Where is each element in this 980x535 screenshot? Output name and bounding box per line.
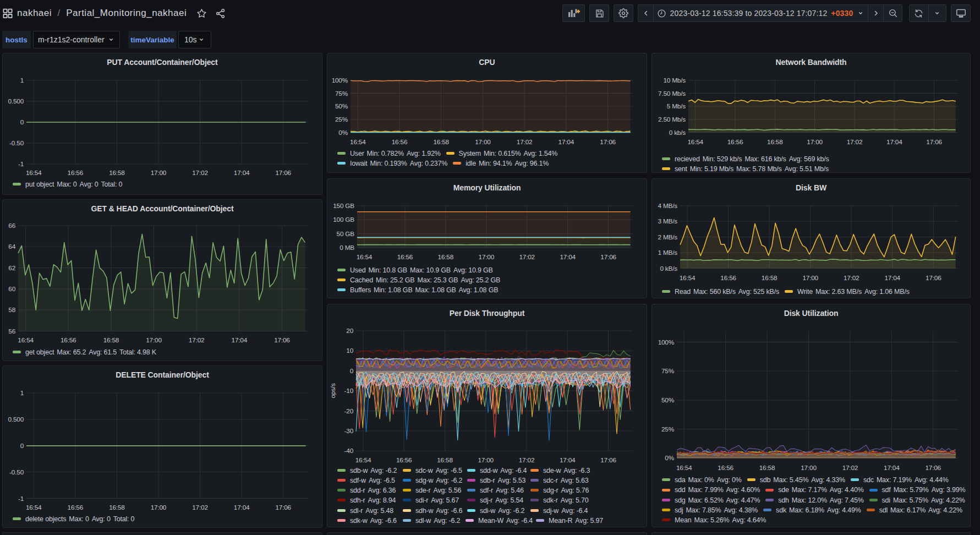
svg-text:1: 1	[20, 389, 24, 397]
svg-text:17:04: 17:04	[232, 336, 248, 344]
svg-text:0 kb/s: 0 kb/s	[669, 129, 686, 137]
svg-text:150 GB: 150 GB	[333, 202, 354, 210]
svg-text:17:02: 17:02	[844, 274, 859, 282]
svg-text:17:04: 17:04	[234, 169, 250, 177]
svg-text:3 MB/s: 3 MB/s	[658, 217, 677, 225]
svg-text:17:00: 17:00	[801, 464, 817, 472]
svg-text:16:54: 16:54	[350, 138, 366, 146]
svg-text:17:06: 17:06	[600, 253, 616, 261]
svg-text:17:06: 17:06	[275, 504, 291, 511]
svg-text:50%: 50%	[335, 102, 348, 110]
svg-text:17:06: 17:06	[274, 336, 290, 344]
svg-text:16:56: 16:56	[396, 456, 412, 464]
svg-text:-1: -1	[18, 160, 24, 168]
svg-text:17:00: 17:00	[151, 504, 167, 511]
svg-text:0%: 0%	[665, 454, 674, 462]
svg-text:-40: -40	[344, 447, 354, 455]
svg-text:1 MB/s: 1 MB/s	[658, 249, 677, 256]
svg-text:17:06: 17:06	[275, 169, 291, 177]
svg-text:16:54: 16:54	[357, 253, 373, 261]
svg-text:50 GB: 50 GB	[337, 230, 355, 238]
svg-text:-0.50: -0.50	[9, 468, 24, 476]
svg-text:17:00: 17:00	[151, 169, 167, 177]
svg-text:17:02: 17:02	[189, 336, 205, 344]
svg-text:64: 64	[8, 243, 15, 250]
svg-text:17:04: 17:04	[234, 504, 250, 511]
svg-text:62: 62	[8, 264, 15, 272]
svg-text:16:58: 16:58	[433, 138, 449, 146]
svg-text:5 Mb/s: 5 Mb/s	[667, 102, 686, 110]
svg-text:17:02: 17:02	[192, 169, 208, 177]
svg-text:16:56: 16:56	[61, 336, 76, 344]
svg-text:16:56: 16:56	[718, 464, 733, 472]
svg-text:0.500: 0.500	[8, 97, 24, 105]
svg-text:17:04: 17:04	[886, 138, 902, 146]
svg-text:4 MB/s: 4 MB/s	[658, 202, 677, 210]
svg-text:17:00: 17:00	[479, 253, 495, 261]
svg-text:16:56: 16:56	[720, 274, 736, 282]
svg-text:17:00: 17:00	[478, 456, 494, 464]
svg-text:50%: 50%	[661, 396, 675, 404]
svg-text:17:04: 17:04	[884, 464, 900, 472]
svg-text:17:00: 17:00	[146, 336, 162, 344]
svg-text:17:02: 17:02	[519, 456, 535, 464]
svg-text:17:02: 17:02	[847, 138, 863, 146]
svg-text:17:06: 17:06	[926, 274, 941, 282]
svg-text:17:02: 17:02	[517, 138, 533, 146]
svg-text:0%: 0%	[338, 129, 348, 137]
svg-text:0 MB: 0 MB	[340, 244, 354, 252]
svg-text:16:58: 16:58	[762, 274, 778, 282]
svg-text:17:06: 17:06	[926, 138, 942, 146]
svg-text:1: 1	[20, 77, 24, 84]
svg-text:17:06: 17:06	[925, 464, 941, 472]
svg-text:-1: -1	[18, 495, 24, 503]
svg-text:7.50 Mb/s: 7.50 Mb/s	[658, 90, 686, 97]
svg-text:16:56: 16:56	[68, 504, 84, 511]
svg-text:-20: -20	[344, 407, 354, 415]
svg-text:17:04: 17:04	[560, 253, 576, 261]
svg-text:16:58: 16:58	[438, 253, 454, 261]
svg-text:17:06: 17:06	[600, 138, 616, 146]
svg-text:16:58: 16:58	[109, 504, 125, 511]
svg-text:16:54: 16:54	[18, 336, 34, 344]
svg-text:17:02: 17:02	[519, 253, 535, 261]
svg-text:25%: 25%	[661, 425, 675, 433]
svg-text:60: 60	[8, 285, 15, 293]
svg-text:16:58: 16:58	[109, 169, 125, 177]
svg-text:16:58: 16:58	[437, 456, 453, 464]
svg-text:17:02: 17:02	[842, 464, 858, 472]
svg-text:17:06: 17:06	[600, 456, 616, 464]
svg-text:16:54: 16:54	[26, 169, 42, 177]
svg-text:17:02: 17:02	[192, 504, 208, 511]
svg-text:17:04: 17:04	[559, 138, 574, 146]
svg-text:17:04: 17:04	[884, 274, 900, 282]
svg-text:16:54: 16:54	[680, 274, 696, 282]
svg-text:16:58: 16:58	[103, 336, 119, 344]
svg-text:2.50 Mb/s: 2.50 Mb/s	[658, 116, 686, 123]
svg-text:100%: 100%	[332, 77, 348, 84]
svg-text:0 kB/s: 0 kB/s	[660, 265, 677, 272]
svg-text:16:56: 16:56	[392, 138, 408, 146]
svg-text:-0.50: -0.50	[9, 139, 24, 147]
svg-text:16:54: 16:54	[676, 464, 692, 472]
svg-text:100 GB: 100 GB	[333, 216, 354, 223]
svg-text:16:54: 16:54	[687, 138, 703, 146]
svg-text:16:58: 16:58	[767, 138, 783, 146]
svg-text:75%: 75%	[661, 367, 675, 375]
svg-text:2 MB/s: 2 MB/s	[658, 233, 677, 241]
svg-text:0: 0	[350, 367, 354, 375]
svg-text:66: 66	[8, 222, 15, 230]
svg-text:16:58: 16:58	[759, 464, 775, 472]
svg-text:16:56: 16:56	[727, 138, 743, 146]
svg-text:16:56: 16:56	[397, 253, 413, 261]
svg-text:75%: 75%	[335, 90, 348, 97]
svg-text:0: 0	[20, 118, 24, 126]
svg-text:20: 20	[346, 327, 353, 335]
svg-text:25%: 25%	[335, 116, 348, 123]
svg-text:100%: 100%	[658, 339, 675, 346]
svg-text:17:04: 17:04	[560, 456, 576, 464]
svg-text:-10: -10	[344, 387, 354, 395]
svg-text:10 Mb/s: 10 Mb/s	[663, 77, 686, 84]
svg-text:58: 58	[8, 306, 15, 314]
svg-text:17:00: 17:00	[807, 138, 823, 146]
